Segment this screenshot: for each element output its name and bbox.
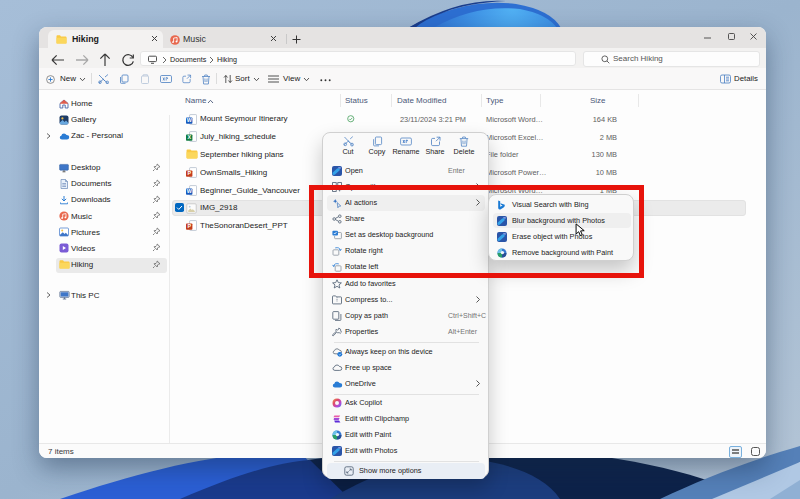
svg-text:P: P — [187, 170, 191, 176]
svg-text:P: P — [187, 224, 191, 230]
svg-text:X: X — [187, 134, 191, 140]
